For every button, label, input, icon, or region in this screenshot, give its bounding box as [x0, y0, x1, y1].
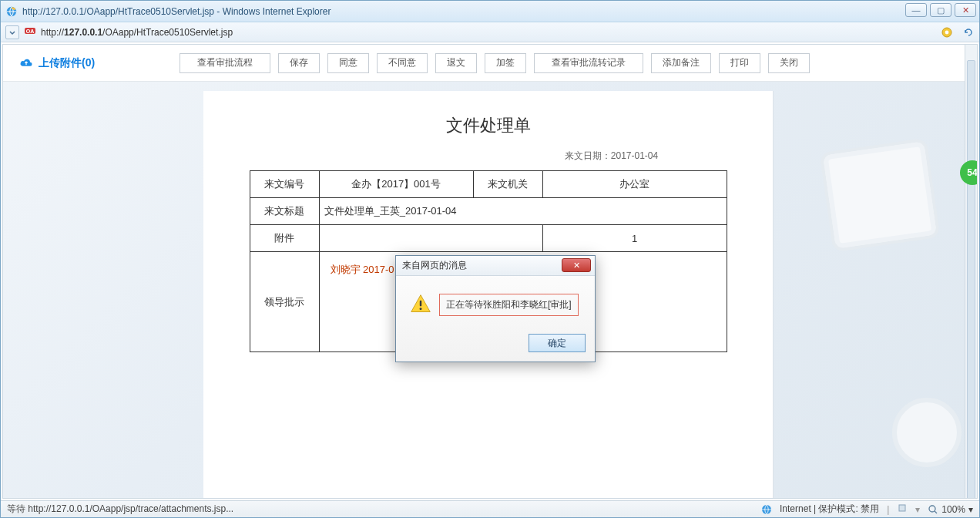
agree-button[interactable]: 同意	[327, 53, 369, 73]
decorative-calculator	[820, 138, 941, 252]
svg-line-11	[935, 511, 937, 513]
zoom-level: 100%	[941, 504, 965, 515]
refresh-icon[interactable]	[962, 26, 975, 39]
dialog-ok-button[interactable]: 确定	[529, 334, 586, 352]
protected-mode-icon	[897, 503, 908, 516]
doc-number-value: 金办【2017】001号	[319, 171, 473, 198]
doc-org-label: 来文机关	[473, 171, 542, 198]
warning-icon	[410, 293, 431, 317]
view-flow-button[interactable]: 查看审批流程	[180, 53, 270, 73]
svg-point-7	[420, 308, 422, 310]
zoom-control[interactable]: 100% ▾	[928, 504, 973, 515]
dialog-body: 正在等待张胜阳和李晓红[审批]	[396, 276, 595, 328]
alert-dialog: 来自网页的消息 ✕ 正在等待张胜阳和李晓红[审批] 确定	[395, 255, 596, 362]
save-button[interactable]: 保存	[278, 53, 320, 73]
decorative-cup	[892, 398, 962, 467]
table-row: 来文标题 文件处理单_王英_2017-01-04	[250, 198, 727, 225]
upload-label: 上传附件(0)	[39, 56, 95, 70]
url-text[interactable]: http://127.0.0.1/OAapp/HtTrace0510Servle…	[41, 27, 233, 38]
document-date: 来文日期：2017-01-04	[465, 150, 757, 163]
status-bar: 等待 http://127.0.0.1/OAapp/jsp/trace/atta…	[1, 500, 979, 517]
svg-text:OA: OA	[26, 29, 35, 34]
page-viewport: 上传附件(0) 查看审批流程 保存 同意 不同意 退文 加签 查看审批流转记录 …	[2, 44, 978, 499]
dialog-titlebar: 来自网页的消息 ✕	[396, 256, 595, 276]
magnifier-icon	[928, 504, 938, 515]
vertical-scrollbar[interactable]: 54	[965, 45, 977, 498]
cloud-upload-icon	[18, 54, 34, 72]
doc-org-value: 办公室	[542, 171, 727, 198]
scrollbar-thumb[interactable]	[967, 60, 975, 499]
addsign-button[interactable]: 加签	[485, 53, 526, 73]
document-title: 文件处理单	[219, 114, 757, 137]
doc-title-value: 文件处理单_王英_2017-01-04	[319, 198, 727, 225]
doc-title-label: 来文标题	[250, 198, 319, 225]
table-row: 来文编号 金办【2017】001号 来文机关 办公室	[250, 171, 727, 198]
ie-window: http://127.0.0.1/OAapp/HtTrace0510Servle…	[0, 0, 980, 518]
address-bar: OA http://127.0.0.1/OAapp/HtTrace0510Ser…	[1, 22, 979, 42]
dialog-footer: 确定	[396, 328, 595, 362]
favicon: OA	[24, 25, 36, 39]
window-maximize-button[interactable]: ▢	[930, 3, 951, 17]
upload-attachment-link[interactable]: 上传附件(0)	[18, 54, 95, 72]
view-history-button[interactable]: 查看审批流转记录	[534, 53, 643, 73]
add-note-button[interactable]: 添加备注	[651, 53, 711, 73]
svg-rect-9	[899, 505, 905, 511]
approval-label: 领导批示	[250, 252, 319, 352]
status-text: 等待 http://127.0.0.1/OAapp/jsp/trace/atta…	[7, 503, 233, 516]
ie-icon	[5, 5, 18, 18]
compat-view-icon[interactable]	[941, 26, 953, 39]
top-toolbar: 上传附件(0) 查看审批流程 保存 同意 不同意 退文 加签 查看审批流转记录 …	[3, 45, 965, 82]
return-button[interactable]: 退文	[435, 53, 477, 73]
doc-number-label: 来文编号	[250, 171, 319, 198]
attachment-count: 1	[542, 225, 727, 252]
window-titlebar: http://127.0.0.1/OAapp/HtTrace0510Servle…	[1, 1, 979, 22]
dialog-close-button[interactable]: ✕	[562, 258, 591, 272]
window-close-button[interactable]: ✕	[955, 3, 976, 17]
table-row: 附件 1	[250, 225, 727, 252]
dialog-title-text: 来自网页的消息	[402, 259, 467, 272]
close-page-button[interactable]: 关闭	[768, 53, 810, 73]
disagree-button[interactable]: 不同意	[377, 53, 428, 73]
print-button[interactable]: 打印	[719, 53, 760, 73]
security-zone-text: Internet | 保护模式: 禁用	[780, 503, 879, 516]
svg-rect-6	[420, 301, 421, 307]
window-minimize-button[interactable]: —	[905, 3, 927, 17]
window-title: http://127.0.0.1/OAapp/HtTrace0510Servle…	[22, 6, 331, 17]
attachment-label: 附件	[250, 225, 319, 252]
svg-point-10	[929, 506, 935, 512]
nav-dropdown-button[interactable]	[5, 25, 19, 39]
dialog-message: 正在等待张胜阳和李晓红[审批]	[439, 294, 579, 316]
window-controls: — ▢ ✕	[905, 3, 976, 17]
attachment-link-cell[interactable]	[319, 225, 542, 252]
globe-icon	[761, 504, 772, 515]
svg-point-5	[945, 30, 949, 34]
